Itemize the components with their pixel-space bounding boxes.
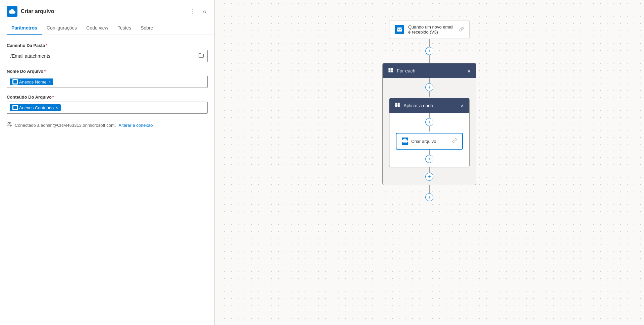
connection-info: Conectado a admin@CRM463313.onmicrosoft.… <box>7 122 208 128</box>
nome-tag: Anexos Nome × <box>10 78 53 85</box>
for-each-header[interactable]: For each ∧ <box>383 63 476 78</box>
nome-input[interactable]: Anexos Nome × <box>7 76 208 88</box>
add-btn-1[interactable]: + <box>425 47 433 55</box>
connection-icon <box>7 122 12 128</box>
add-btn-inner-1[interactable]: + <box>425 83 433 91</box>
conteudo-input[interactable]: Anexos Conteúdo × <box>7 102 208 114</box>
add-btn-foreach-bottom[interactable]: + <box>425 173 433 181</box>
conteudo-field: Conteúdo Do Arquivo* Anexos Conteúdo × <box>7 95 208 114</box>
criar-label: Criar arquivo <box>411 139 449 144</box>
trigger-label: Quando um novo email é recebido (V3) <box>408 24 455 35</box>
add-btn-inner-3[interactable]: + <box>425 155 433 163</box>
folder-icon <box>199 53 204 59</box>
connector-bottom: + <box>425 185 433 201</box>
chevron-foreach: ∧ <box>467 68 471 73</box>
conteudo-tag-close[interactable]: × <box>56 106 58 110</box>
cloud-icon-header <box>7 6 17 17</box>
tab-configuracoes[interactable]: Configurações <box>42 21 82 35</box>
line-foreach-1 <box>429 167 430 173</box>
connector-inner-1: + <box>425 78 433 97</box>
conteudo-tag-icon <box>12 105 18 110</box>
line-inner-2 <box>429 91 430 97</box>
svg-rect-4 <box>388 70 390 72</box>
connector-inner-3: + <box>425 150 433 163</box>
svg-rect-9 <box>398 105 400 107</box>
line-inner-1 <box>429 78 430 83</box>
add-btn-inner-2[interactable]: + <box>425 118 433 126</box>
line-inner-4 <box>429 126 430 131</box>
nome-field: Nome Do Arquivo* Anexos Nome × <box>7 69 208 88</box>
loop-icon-foreach <box>388 67 393 74</box>
panel-title: Criar arquivo <box>21 8 54 14</box>
connection-text: Conectado a admin@CRM463313.onmicrosoft.… <box>15 123 116 128</box>
conteudo-label: Conteúdo Do Arquivo* <box>7 95 208 100</box>
nome-label: Nome Do Arquivo* <box>7 69 208 74</box>
add-btn-bottom[interactable]: + <box>425 193 433 201</box>
tab-parametros[interactable]: Parâmetros <box>7 21 42 35</box>
more-options-button[interactable]: ⋮ <box>189 6 198 16</box>
connector-1: + <box>425 39 433 63</box>
canvas-area: Quando um novo email é recebido (V3) + <box>215 0 644 325</box>
aplicar-container: Aplicar a cada ∧ + Criar arqu <box>389 98 470 167</box>
trigger-link-icon <box>459 27 464 33</box>
flow-container: Quando um novo email é recebido (V3) + <box>382 20 476 201</box>
criar-arquivo-node[interactable]: Criar arquivo <box>396 133 463 150</box>
chevron-aplicar: ∧ <box>461 103 464 108</box>
form-content: Caminho Da Pasta* /Email attachments Nom… <box>0 35 214 325</box>
conteudo-tag: Anexos Conteúdo × <box>10 104 61 111</box>
collapse-button[interactable]: « <box>202 7 208 16</box>
svg-rect-3 <box>391 68 393 70</box>
panel-title-area: Criar arquivo <box>7 6 54 17</box>
svg-rect-2 <box>388 68 390 70</box>
tab-sobre[interactable]: Sobre <box>136 21 158 35</box>
nome-tag-icon <box>12 79 18 85</box>
line-2 <box>429 55 430 63</box>
change-connection-link[interactable]: Alterar a conexão <box>119 123 153 128</box>
svg-rect-5 <box>391 70 393 72</box>
nome-tag-close[interactable]: × <box>49 80 51 84</box>
line-inner-3 <box>429 113 430 118</box>
more-icon: ⋮ <box>190 8 196 15</box>
svg-rect-1 <box>397 28 402 32</box>
svg-rect-8 <box>395 105 397 107</box>
left-panel: Criar arquivo ⋮ « Parâmetros Configuraçõ… <box>0 0 215 325</box>
aplicar-header[interactable]: Aplicar a cada ∧ <box>389 98 469 113</box>
svg-rect-6 <box>395 103 397 105</box>
svg-rect-7 <box>398 103 400 105</box>
cloud-icon <box>9 8 15 15</box>
tabs-bar: Parâmetros Configurações Code view Teste… <box>0 21 214 35</box>
for-each-container: For each ∧ + <box>382 63 476 185</box>
loop-icon-aplicar <box>395 102 400 109</box>
connector-inner-2: + <box>425 113 433 131</box>
caminho-field: Caminho Da Pasta* /Email attachments <box>7 43 208 62</box>
criar-link-icon <box>452 138 457 144</box>
outlook-icon <box>395 25 404 34</box>
line-1 <box>429 39 430 47</box>
line-bottom-1 <box>429 185 430 193</box>
tab-codeview[interactable]: Code view <box>82 21 113 35</box>
aplicar-label: Aplicar a cada <box>404 103 457 108</box>
for-each-label: For each <box>397 68 464 73</box>
line-inner-5 <box>429 150 430 155</box>
connector-foreach-bottom: + <box>425 167 433 181</box>
collapse-icon: « <box>203 8 206 15</box>
svg-point-0 <box>8 122 9 124</box>
panel-header-actions: ⋮ « <box>189 6 208 16</box>
trigger-node[interactable]: Quando um novo email é recebido (V3) <box>389 20 470 39</box>
caminho-label: Caminho Da Pasta* <box>7 43 208 48</box>
onedrive-icon <box>402 138 408 145</box>
tab-testes[interactable]: Testes <box>113 21 136 35</box>
panel-header: Criar arquivo ⋮ « <box>0 0 214 21</box>
caminho-input[interactable]: /Email attachments <box>7 50 208 62</box>
